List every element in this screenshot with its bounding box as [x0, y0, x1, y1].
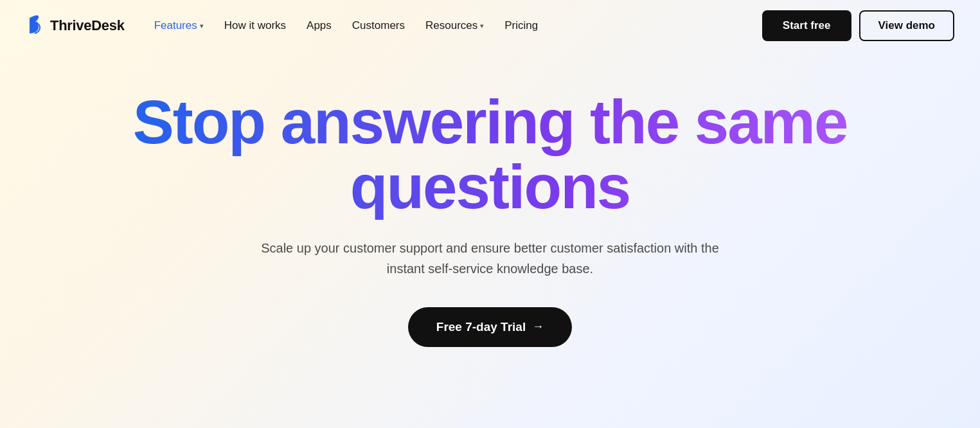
trial-button[interactable]: Free 7-day Trial →	[408, 307, 572, 347]
nav-item-pricing[interactable]: Pricing	[495, 14, 547, 37]
chevron-down-icon-resources: ▾	[480, 22, 484, 30]
nav-item-how-it-works[interactable]: How it works	[215, 14, 295, 37]
hero-subtitle: Scale up your customer support and ensur…	[259, 238, 722, 279]
hero-title-line1: Stop answering the same	[133, 87, 848, 156]
nav-label-customers: Customers	[352, 19, 405, 32]
start-free-button[interactable]: Start free	[762, 10, 851, 41]
nav-label-features: Features	[154, 19, 197, 32]
nav-label-apps: Apps	[307, 19, 332, 32]
nav-item-customers[interactable]: Customers	[343, 14, 414, 37]
arrow-icon: →	[532, 320, 544, 334]
nav-label-resources: Resources	[425, 19, 477, 32]
nav-item-apps[interactable]: Apps	[298, 14, 341, 37]
nav-item-features[interactable]: Features ▾	[145, 14, 213, 37]
logo-icon	[26, 15, 46, 36]
logo-name: ThriveDesk	[50, 17, 125, 34]
nav-links: Features ▾ How it works Apps Customers R…	[145, 14, 548, 37]
chevron-down-icon: ▾	[200, 22, 204, 30]
navbar-right: Start free View demo	[762, 10, 954, 41]
nav-item-resources[interactable]: Resources ▾	[416, 14, 493, 37]
navbar-left: ThriveDesk Features ▾ How it works Apps …	[26, 14, 547, 37]
hero-title-line2: questions	[350, 152, 630, 221]
navbar: ThriveDesk Features ▾ How it works Apps …	[0, 0, 980, 51]
view-demo-button[interactable]: View demo	[859, 10, 955, 41]
hero-title: Stop answering the same questions	[133, 90, 848, 220]
logo[interactable]: ThriveDesk	[26, 15, 125, 36]
nav-label-pricing: Pricing	[504, 19, 538, 32]
trial-button-label: Free 7-day Trial	[436, 320, 526, 334]
hero-section: Stop answering the same questions Scale …	[0, 51, 980, 373]
nav-label-how-it-works: How it works	[224, 19, 286, 32]
